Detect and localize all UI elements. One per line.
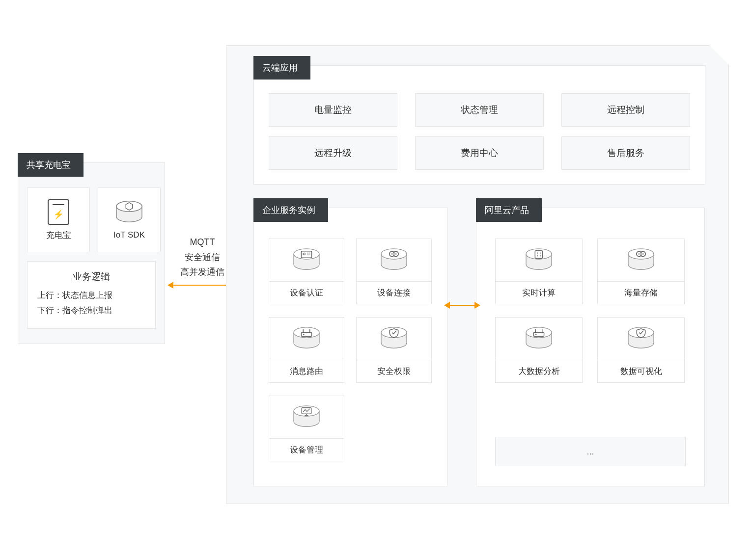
calc-icon (524, 247, 554, 273)
link-icon (379, 247, 409, 273)
aliyun-title-tab: 阿里云产品 (476, 198, 542, 222)
enterprise-item-card: 设备认证 (269, 239, 344, 304)
cloud-app-cell: 远程升级 (269, 136, 397, 170)
battery-icon (48, 199, 69, 225)
enterprise-item-card: 安全权限 (356, 317, 432, 383)
enterprise-item-label: 设备认证 (269, 281, 344, 304)
device-label: 充电宝 (46, 230, 71, 241)
svg-point-26 (540, 252, 541, 253)
enterprise-item-card: 设备管理 (269, 396, 344, 461)
svg-point-15 (303, 334, 305, 335)
connection-protocol: MQTT (173, 235, 232, 250)
enterprise-instance-box: 企业服务实例 设备认证 设备连接 消息路由 安全权限 设备管理 (253, 208, 448, 486)
cloud-app-cell: 费用中心 (415, 136, 544, 170)
aliyun-item-card: 海量存储 (597, 239, 685, 304)
cloud-app-cell: 电量监控 (269, 93, 397, 127)
cloud-app-cell: 售后服务 (561, 136, 690, 170)
device-card-iot-sdk: IoT SDK (98, 187, 161, 252)
aliyun-item-label: 实时计算 (496, 281, 582, 304)
business-down-line: 下行：指令控制弹出 (37, 303, 145, 319)
aliyun-item-card: 大数据分析 (495, 317, 583, 383)
business-logic-card: 业务逻辑 上行：状态信息上报 下行：指令控制弹出 (27, 261, 156, 329)
aliyun-more-ellipsis: ... (495, 437, 686, 466)
router-icon (524, 326, 554, 351)
svg-point-27 (537, 255, 538, 256)
enterprise-item-label: 安全权限 (357, 360, 431, 382)
aliyun-item-card: 数据可视化 (597, 317, 685, 383)
svg-point-28 (540, 255, 541, 256)
aliyun-item-card: 实时计算 (495, 239, 583, 304)
business-up-line: 上行：状态信息上报 (37, 288, 145, 303)
enterprise-item-card: 设备连接 (356, 239, 432, 304)
business-title: 业务逻辑 (37, 268, 145, 285)
aliyun-item-label: 大数据分析 (496, 360, 582, 382)
enterprise-item-label: 设备管理 (269, 438, 344, 461)
cloud-apps-box: 云端应用 电量监控 状态管理 远程控制 远程升级 费用中心 售后服务 (253, 65, 705, 185)
idcard-icon (292, 247, 321, 273)
connection-line3: 高并发通信 (173, 265, 232, 280)
shared-powerbank-title-tab: 共享充电宝 (18, 153, 84, 177)
shared-powerbank-box: 共享充电宝 充电宝 IoT SDK 业务逻辑 上行：状态信息上报 下行：指令控制… (18, 162, 165, 344)
enterprise-title-tab: 企业服务实例 (253, 198, 328, 222)
shield-icon (379, 326, 409, 351)
enterprise-item-label: 消息路由 (269, 360, 344, 382)
svg-point-25 (537, 252, 538, 253)
enterprise-item-card: 消息路由 (269, 317, 344, 383)
sdk-label: IoT SDK (113, 230, 145, 240)
cloud-app-cell: 远程控制 (561, 93, 690, 127)
cloud-apps-title-tab: 云端应用 (253, 56, 310, 80)
router-icon (292, 326, 321, 351)
enterprise-item-label: 设备连接 (357, 281, 431, 304)
aliyun-item-label: 数据可视化 (598, 360, 684, 382)
aliyun-item-label: 海量存储 (598, 281, 684, 304)
bidirectional-arrow-right (448, 305, 476, 306)
monitor-icon (292, 404, 321, 430)
connection-label-block: MQTT 安全通信 高并发通信 (173, 235, 232, 280)
cloud-container: 云端应用 电量监控 状态管理 远程控制 远程升级 费用中心 售后服务 企业服务实… (226, 45, 729, 504)
device-card-powerbank: 充电宝 (27, 187, 90, 252)
svg-point-36 (535, 334, 537, 335)
hexagon-sdk-icon (114, 200, 144, 225)
shield-icon (626, 326, 656, 351)
cloud-app-cell: 状态管理 (415, 93, 544, 127)
aliyun-products-box: 阿里云产品 实时计算 海量存储 大数据分析 数据可视化 ... (476, 208, 705, 486)
connection-line2: 安全通信 (173, 250, 232, 265)
link-icon (626, 247, 656, 273)
